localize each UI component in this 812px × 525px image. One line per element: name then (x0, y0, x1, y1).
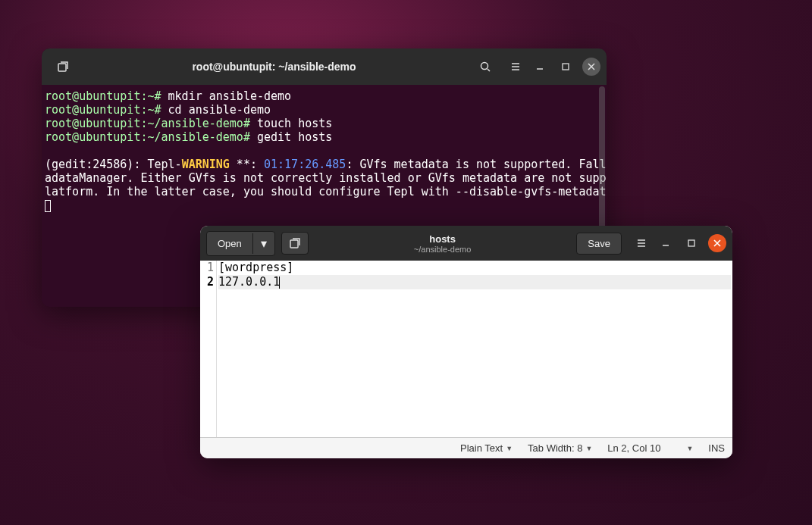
prompt: root@ubuntupit:~# (45, 103, 161, 117)
svg-rect-3 (290, 240, 298, 248)
cursor-position[interactable]: Ln 2, Col 10 ▼ (607, 442, 693, 454)
new-document-button[interactable] (281, 232, 309, 255)
minimize-button[interactable] (531, 58, 549, 76)
open-button[interactable]: Open ▾ (206, 231, 275, 256)
editor-content[interactable]: [wordpress] 127.0.0.1 (217, 261, 732, 437)
hamburger-menu-button[interactable] (628, 231, 655, 255)
line-number-gutter: 1 2 (200, 261, 217, 437)
chevron-down-icon: ▼ (506, 445, 513, 452)
save-button[interactable]: Save (576, 233, 622, 255)
hamburger-menu-button[interactable] (502, 55, 529, 79)
command-text: touch hosts (250, 117, 332, 130)
svg-rect-0 (58, 64, 66, 71)
command-text: cd ansible-demo (161, 103, 271, 117)
minimize-button[interactable] (657, 234, 675, 252)
prompt: root@ubuntupit:~/ansible-demo# (45, 117, 250, 130)
tab-width-selector[interactable]: Tab Width: 8 ▼ (528, 442, 592, 454)
close-button[interactable] (582, 58, 600, 76)
line-text: 127.0.0.1 (218, 275, 280, 289)
tab-width-label: Tab Width: 8 (528, 442, 582, 454)
maximize-button[interactable] (556, 58, 575, 76)
editor-line[interactable]: [wordpress] (218, 261, 731, 275)
command-text: mkdir ansible-demo (161, 89, 292, 103)
close-button[interactable] (708, 234, 726, 252)
warning-line: (gedit:24586): Tepl-WARNING **: 01:17:26… (45, 158, 607, 198)
new-tab-button[interactable] (49, 55, 77, 79)
scrollbar[interactable] (599, 86, 605, 238)
gedit-title-area: hosts ~/ansible-demo (309, 233, 577, 254)
prompt: root@ubuntupit:~# (45, 89, 161, 103)
insert-mode[interactable]: INS (708, 442, 725, 454)
svg-rect-4 (688, 240, 694, 246)
search-button[interactable] (472, 55, 499, 79)
terminal-cursor (45, 200, 51, 212)
editor-line[interactable]: 127.0.0.1 (218, 275, 731, 289)
gedit-statusbar: Plain Text ▼ Tab Width: 8 ▼ Ln 2, Col 10… (200, 437, 732, 458)
text-cursor (279, 277, 280, 289)
gedit-editor-area[interactable]: 1 2 [wordpress] 127.0.0.1 (200, 261, 732, 437)
maximize-button[interactable] (682, 234, 701, 252)
line-number: 2 (200, 275, 214, 289)
open-dropdown-arrow[interactable]: ▾ (253, 232, 274, 255)
line-number: 1 (200, 261, 214, 275)
command-text: gedit hosts (250, 130, 332, 144)
terminal-title: root@ubuntupit: ~/ansible-demo (78, 61, 470, 73)
syntax-label: Plain Text (460, 442, 503, 454)
terminal-body[interactable]: root@ubuntupit:~# mkdir ansible-demo roo… (42, 85, 607, 217)
syntax-selector[interactable]: Plain Text ▼ (460, 442, 513, 454)
chevron-down-icon: ▼ (585, 445, 592, 452)
terminal-header: root@ubuntupit: ~/ansible-demo (42, 48, 607, 85)
svg-rect-2 (563, 64, 569, 70)
file-path: ~/ansible-demo (309, 245, 577, 254)
line-text: [wordpress] (218, 261, 293, 274)
chevron-down-icon: ▼ (686, 445, 693, 452)
gedit-header: Open ▾ hosts ~/ansible-demo Save (200, 226, 732, 261)
prompt: root@ubuntupit:~/ansible-demo# (45, 130, 250, 144)
open-label: Open (207, 233, 253, 254)
svg-point-1 (481, 63, 488, 70)
gedit-window: Open ▾ hosts ~/ansible-demo Save (200, 226, 732, 458)
file-name: hosts (309, 233, 577, 245)
cursor-pos-label: Ln 2, Col 10 (607, 442, 660, 454)
